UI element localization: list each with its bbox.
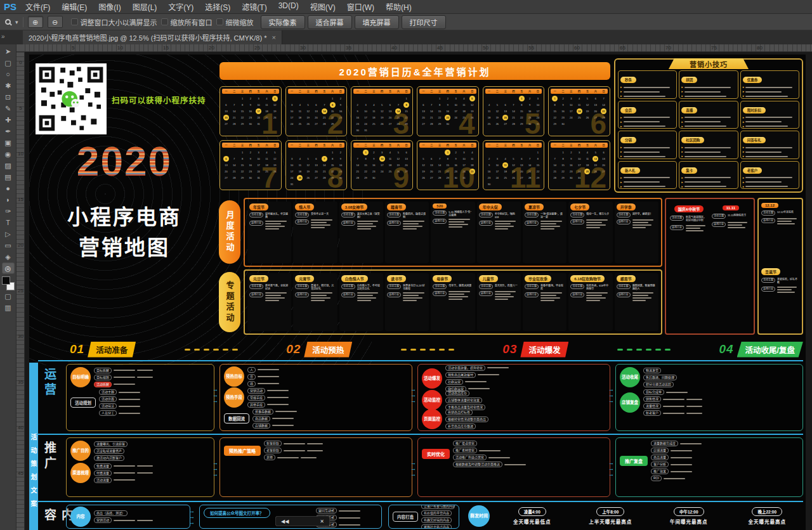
text-line	[624, 156, 666, 157]
dash	[185, 349, 190, 351]
collapse-panels-icon[interactable]: »	[1, 33, 5, 40]
text-line	[137, 377, 153, 378]
rewind-icon[interactable]: ◀◀	[281, 519, 289, 524]
zoom-tool[interactable]: ◎	[2, 262, 15, 274]
bullet-arrow-icon: ▸	[681, 146, 683, 149]
blur-tool[interactable]: ●	[2, 183, 15, 194]
tab-close-icon[interactable]: ×	[272, 34, 275, 41]
move-tool[interactable]: ➤	[2, 46, 15, 57]
menu-item[interactable]: 图像(I)	[98, 1, 121, 12]
dropdown-caret-icon[interactable]: ▾	[15, 19, 18, 25]
industry-tag: 适用行业	[341, 292, 355, 297]
checkbox-icon[interactable]	[216, 18, 223, 25]
overlay-controls[interactable]: ◀◀ ✕	[275, 516, 330, 526]
menu-item[interactable]: 编辑(E)	[62, 1, 87, 12]
calendar-date: 21	[230, 168, 239, 174]
type-tool[interactable]: T	[2, 217, 15, 228]
text-line	[357, 292, 379, 294]
text-line	[403, 295, 419, 296]
mindmap-item: ROI	[651, 475, 799, 481]
brush-tool[interactable]: ✒	[2, 126, 15, 137]
magic-wand-tool[interactable]: ✱	[2, 80, 15, 91]
close-icon[interactable]: ✕	[320, 519, 324, 524]
tip-bullet: ▸	[620, 86, 674, 89]
quick-mask-button[interactable]: ▢	[2, 290, 15, 302]
operations-row: 运营目标明确目标拆解目标规划活动拆解活动规划活动主题活动页面活动玩法人员分工预热…	[29, 363, 806, 432]
menu-item[interactable]: 帮助(H)	[386, 1, 412, 12]
option-button[interactable]: 适合屏幕	[308, 15, 352, 29]
option-button[interactable]: 填充屏幕	[355, 15, 399, 29]
eraser-tool[interactable]: ▨	[2, 160, 15, 171]
menu-item[interactable]: 滤镜(T)	[242, 1, 266, 12]
mindmap-items: 免费流量付费流量活动流量	[94, 463, 210, 483]
tip-bullet: ▸	[620, 116, 674, 119]
mindmap-item: 推广素材优化	[453, 448, 606, 453]
zoom-in-toggle[interactable]: ⊕	[28, 16, 43, 28]
industry-lines	[632, 219, 657, 228]
document-tab[interactable]: 2020小程序电商营销地图.jpg @ 12.5% (扫码可以获得小程序扶持, …	[23, 30, 282, 44]
menu-item[interactable]: 3D(D)	[278, 1, 299, 12]
eyedropper-tool[interactable]: ✎	[2, 103, 15, 114]
option-button[interactable]: 打印尺寸	[402, 15, 446, 29]
crop-tool[interactable]: ⊡	[2, 91, 15, 103]
mindmap-item: 活动商品库存	[445, 391, 606, 396]
weekday-label: 日	[273, 143, 276, 147]
tip-bullet: ▸	[743, 146, 797, 149]
foreground-color[interactable]	[2, 276, 10, 285]
calendar-blank	[518, 149, 526, 155]
marquee-tool[interactable]: ▢	[2, 57, 15, 68]
zoom-out-toggle[interactable]: ⊖	[48, 16, 63, 28]
theme-tag: 活动主题	[525, 284, 539, 289]
pen-tool[interactable]: ✑	[2, 205, 15, 217]
text-line	[540, 300, 554, 301]
mindmap-item-label: 活动页面	[99, 396, 117, 402]
shape-tool[interactable]: ▭	[2, 240, 15, 251]
weekday-label: 二	[365, 143, 367, 147]
path-select-tool[interactable]: ▷	[2, 228, 15, 240]
calendar-date: 19	[304, 114, 312, 120]
hand-tool[interactable]: ◈	[2, 251, 15, 262]
healing-brush-tool[interactable]: ✚	[2, 114, 15, 126]
theme-text: 遇见女神之美（宠爱她）	[357, 212, 381, 219]
option-checkbox[interactable]: 调整窗口大小以满屏显示	[71, 17, 157, 27]
industry-lines	[495, 221, 519, 229]
schedule-slot: 凌晨4:00全天曝光最低点	[496, 507, 568, 525]
color-swatches[interactable]	[2, 276, 15, 290]
calendar-date: 17	[288, 114, 296, 120]
mini-calendar: 一二三四五六日123456789101112131415161718192021…	[351, 86, 413, 136]
canvas-area[interactable]: 扫码可以获得小程序扶持 2020 小程序电商 营销地图 2020营销日历&全年营…	[25, 52, 812, 530]
menu-item[interactable]: 选择(S)	[205, 1, 230, 12]
weekday-label: 日	[273, 89, 276, 93]
menu-item[interactable]: 文字(Y)	[168, 1, 193, 12]
mindmap-item: 让客户有参与感的内容	[421, 505, 455, 509]
dodge-tool[interactable]: ◗	[2, 194, 15, 205]
history-brush-tool[interactable]: ◉	[2, 148, 15, 160]
menu-item[interactable]: 视图(V)	[310, 1, 336, 12]
gradient-tool[interactable]: ▤	[2, 171, 15, 183]
lasso-tool[interactable]: ○	[2, 68, 15, 80]
industry-lines	[777, 218, 799, 224]
mindmap-item: 客户分析	[651, 462, 799, 467]
calendar-date: 30	[443, 120, 452, 127]
clone-stamp-tool[interactable]: ▣	[2, 137, 15, 148]
option-button[interactable]: 实际像素	[261, 15, 305, 29]
text-line	[680, 443, 702, 444]
checkbox-icon[interactable]	[161, 18, 168, 25]
text-line	[495, 228, 509, 229]
text-line	[137, 472, 153, 474]
card-industry-row: 适用行业	[433, 219, 473, 228]
bullet-arrow-icon: ▸	[743, 150, 745, 153]
menu-item[interactable]: 文件(F)	[25, 1, 50, 12]
screen-mode-button[interactable]: ▥	[2, 302, 15, 313]
calendar-date: 22	[436, 114, 444, 120]
text-line	[403, 300, 417, 301]
festival-card: 年中大促活动主题年中购好货，嗨购618适用行业	[477, 202, 521, 263]
menu-item[interactable]: 图层(L)	[133, 1, 157, 12]
menu-item[interactable]: 窗口(W)	[347, 1, 374, 12]
option-checkbox[interactable]: 缩放所有窗口	[161, 17, 213, 27]
calendar-date: 1	[534, 149, 542, 155]
checkbox-icon[interactable]	[71, 18, 78, 25]
calendar-blank	[304, 95, 312, 101]
tip-bullet: ▸	[743, 185, 797, 188]
option-checkbox[interactable]: 细微缩放	[216, 17, 254, 27]
